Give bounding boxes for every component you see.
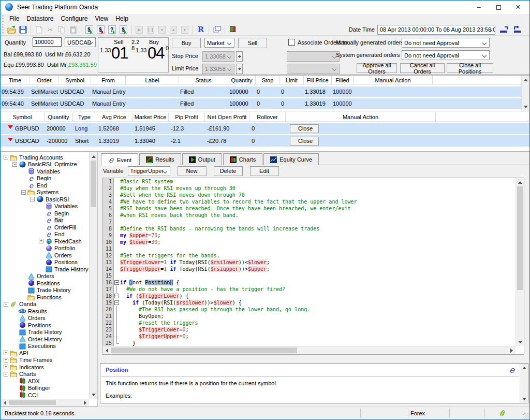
code-line[interactable]: 9my $upper=70; — [102, 232, 516, 239]
code-line[interactable]: 23 $TriggerLower=0; — [102, 326, 516, 333]
tree-item-end[interactable]: eEnd — [2, 182, 89, 189]
save-icon[interactable] — [18, 25, 27, 34]
code-line[interactable]: 10my $lower=30; — [102, 239, 516, 245]
column-header[interactable]: Symbol — [1, 112, 45, 121]
tree-item-indicators[interactable]: +Indicators — [2, 364, 89, 371]
menu-item-view[interactable]: View — [91, 14, 112, 23]
column-header[interactable]: Type — [73, 112, 96, 121]
toolbar-grip[interactable] — [2, 15, 4, 22]
expand-icon[interactable]: + — [39, 239, 43, 243]
tree-item-bollinger[interactable]: Bollinger — [2, 385, 89, 392]
close-position-button[interactable]: Close — [290, 124, 319, 133]
manual-approval-select[interactable]: Do not need Approval — [402, 38, 490, 48]
approve-all-orders-button[interactable]: Approve all Orders — [357, 63, 397, 73]
tree-item-results[interactable]: Results — [2, 308, 89, 315]
collapse-icon[interactable]: − — [30, 197, 35, 201]
edit-variable-button[interactable]: Edit — [250, 166, 279, 176]
column-header[interactable]: Stop — [256, 76, 280, 84]
code-line[interactable]: 21 BuyOpen; — [102, 313, 516, 320]
close-button[interactable]: ✕ — [507, 1, 529, 14]
toolbar-grip[interactable] — [2, 24, 4, 34]
query-icon[interactable]: ? — [107, 25, 116, 34]
order-row[interactable]: 09:54:39SellMarketUSDCADManual EntryFill… — [1, 86, 529, 97]
collapse-icon[interactable]: − — [4, 302, 8, 307]
position-row[interactable]: GBPUSD200000Long1.520681.51945-12.3-£161… — [1, 123, 529, 134]
column-header[interactable]: Fill Price — [304, 76, 332, 84]
code-line[interactable]: 18− if ($TriggerLower) { — [102, 293, 516, 299]
tree-item-oanda[interactable]: −Oanda — [2, 301, 89, 308]
code-line[interactable]: 8#Define the RSI bands - narrowing the b… — [102, 225, 516, 232]
paste-icon[interactable] — [68, 25, 78, 34]
close-all-positions-button[interactable]: Close all Positions — [447, 63, 493, 73]
tab-equity-curve[interactable]: Equity Curve — [263, 153, 319, 165]
tree-item-order-history[interactable]: Order History — [2, 336, 89, 343]
tree-item-variables[interactable]: Variables — [2, 203, 89, 210]
column-header[interactable]: Order — [30, 76, 59, 84]
stop-icon[interactable]: ● — [180, 25, 189, 34]
code-line[interactable]: 24 $TriggerUpper=0; — [102, 333, 516, 340]
column-header[interactable]: Quantity — [45, 112, 73, 121]
datetime-select[interactable]: 08 Apr 2013 00:00:00 To 08 Aug 2013 23:5… — [377, 25, 495, 35]
tree-item-begin[interactable]: eBegin — [2, 210, 89, 217]
expand-icon[interactable]: + — [4, 351, 8, 355]
tree-item-adx[interactable]: ADX — [2, 378, 89, 385]
tree-h-scrollbar[interactable] — [1, 399, 89, 406]
associate-order-select-1[interactable] — [287, 51, 340, 62]
column-header[interactable]: Avg Price — [96, 112, 132, 121]
variable-select[interactable]: TriggerUpper — [128, 166, 170, 176]
new-icon[interactable] — [34, 25, 43, 34]
fold-margin[interactable]: − — [114, 279, 120, 286]
code-line[interactable]: 5#RSI bands have been breached. Once the… — [102, 205, 516, 212]
resize-grip[interactable] — [523, 413, 528, 418]
tree-item-orders[interactable]: Orders — [2, 273, 89, 280]
tree-item-executions[interactable]: Executions — [2, 343, 89, 350]
fold-margin[interactable]: − — [114, 293, 120, 299]
code-line[interactable]: 13$TriggerLower=1 if Today(RSI($rsilower… — [102, 259, 516, 266]
column-header[interactable]: Manual Action — [286, 112, 436, 121]
orders-scrollbar[interactable] — [521, 76, 529, 111]
tree-item-orders[interactable]: Orders — [2, 315, 89, 322]
tab-output[interactable]: Output — [182, 153, 222, 165]
order-type-select[interactable]: Market — [204, 38, 234, 48]
step-icon[interactable]: ▲ — [169, 25, 178, 34]
column-header[interactable]: Quantity — [228, 76, 256, 84]
quantity-input[interactable] — [33, 37, 62, 47]
delete-variable-button[interactable]: Delete — [214, 166, 243, 176]
fold-collapse-icon[interactable]: − — [114, 294, 119, 298]
run-icon[interactable]: ▶ — [135, 25, 144, 34]
expand-icon[interactable]: + — [4, 358, 8, 363]
step-back-icon[interactable] — [499, 26, 509, 33]
collapse-icon[interactable]: − — [4, 155, 8, 160]
code-line[interactable]: 17 #We do not have a position - has the … — [102, 286, 516, 293]
fold-collapse-icon[interactable]: − — [114, 300, 119, 305]
system-approval-select[interactable]: Do not need Approval — [402, 50, 490, 60]
tree-item-bar[interactable]: eBar — [2, 217, 89, 224]
code-line[interactable]: 19− if (Today(RSI($rsilower))>$lower) { — [102, 299, 516, 306]
tree-item-positions[interactable]: Positions — [2, 280, 89, 287]
menu-item-help[interactable]: Help — [112, 14, 132, 23]
tree-item-fixedcash[interactable]: +FixedCash — [2, 238, 89, 245]
stop-price-stepper[interactable] — [236, 51, 243, 62]
column-header[interactable]: From — [91, 76, 126, 84]
help-scrollbar[interactable] — [520, 364, 528, 403]
open-icon[interactable] — [7, 25, 16, 34]
tree-item-trade-history[interactable]: Trade History — [2, 287, 89, 294]
tab-charts[interactable]: Charts — [223, 153, 262, 165]
close-position-button[interactable]: Close — [290, 137, 319, 146]
menu-item-file[interactable]: File — [6, 14, 23, 23]
column-header[interactable]: Limit — [280, 76, 304, 84]
column-header[interactable]: Symbol — [59, 76, 91, 84]
column-header[interactable]: Label — [126, 76, 179, 84]
code-line[interactable]: 6#when RSI moves back through the band. — [102, 212, 516, 219]
column-header[interactable]: Rollover — [249, 112, 286, 121]
tree-item-api[interactable]: +API — [2, 350, 89, 357]
limit-price-stepper[interactable] — [236, 64, 243, 74]
tree-item-begin[interactable]: eBegin — [2, 175, 89, 182]
withdraw-icon[interactable]: $ — [96, 25, 105, 34]
code-line[interactable]: 2#Buy when the RSI moves up through 30 — [102, 185, 516, 192]
code-line[interactable]: 1#Basic RSI system — [102, 178, 516, 185]
new-variable-button[interactable]: New — [178, 166, 207, 176]
tree-item-cci[interactable]: CCI — [2, 392, 89, 398]
quote-panel[interactable]: Sell 2.2 Buy 1.33 01 8 1.33 04 0 — [98, 37, 169, 73]
deposit-icon[interactable]: $ — [84, 25, 94, 34]
